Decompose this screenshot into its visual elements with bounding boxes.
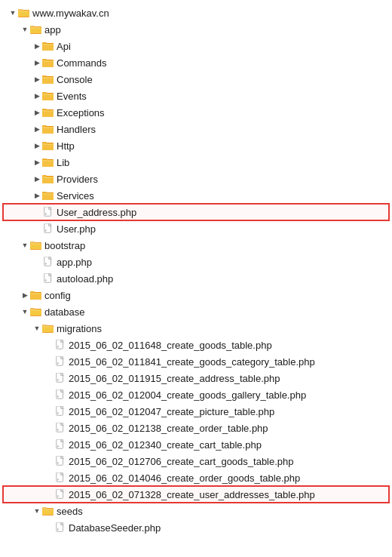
tree-item-http[interactable]: Http <box>3 137 389 154</box>
svg-rect-35 <box>43 127 53 128</box>
tree-item-m1[interactable]: P 2015_06_02_011648_create_goods_table.p… <box>3 337 389 353</box>
tree-item-m7[interactable]: P 2015_06_02_012340_create_cart_table.ph… <box>3 436 389 453</box>
tree-item-seeds[interactable]: seeds <box>3 503 389 519</box>
php-file-icon: P <box>54 455 66 467</box>
folder-icon <box>42 57 54 69</box>
item-label: 2015_06_02_012047_create_picture_table.p… <box>69 406 274 417</box>
expand-arrow[interactable] <box>32 174 42 184</box>
expand-arrow[interactable] <box>32 41 42 51</box>
expand-arrow[interactable] <box>8 8 18 18</box>
item-label: Lib <box>57 157 69 168</box>
tree-item-root[interactable]: www.mywakav.cn <box>3 5 389 21</box>
tree-item-m8[interactable]: P 2015_06_02_012706_create_cart_goods_ta… <box>3 453 389 469</box>
svg-rect-62 <box>30 244 41 249</box>
tree-item-handlers[interactable]: Handlers <box>3 121 389 137</box>
expand-arrow[interactable] <box>32 107 42 118</box>
folder-icon <box>42 90 54 102</box>
tree-item-dbseeder[interactable]: P DatabaseSeeder.php <box>3 519 389 536</box>
folder-icon <box>42 505 54 517</box>
expand-arrow[interactable] <box>32 57 42 68</box>
expand-arrow[interactable] <box>32 124 42 134</box>
item-label: 2015_06_02_012004_create_goods_gallery_t… <box>69 389 306 401</box>
php-file-icon: P <box>42 223 54 235</box>
item-label: app <box>44 24 61 35</box>
expand-arrow[interactable] <box>32 74 42 85</box>
svg-rect-43 <box>43 160 53 162</box>
tree-item-migrations[interactable]: migrations <box>3 320 389 337</box>
tree-item-config[interactable]: config <box>3 287 389 303</box>
folder-icon <box>30 23 42 35</box>
php-file-icon: P <box>54 439 66 451</box>
item-label: 2015_06_02_012706_create_cart_goods_tabl… <box>69 456 294 467</box>
svg-text:P: P <box>57 362 59 365</box>
svg-text:P: P <box>57 395 59 399</box>
svg-text:P: P <box>57 462 59 465</box>
svg-rect-84 <box>42 327 54 332</box>
tree-item-user[interactable]: P User.php <box>3 220 389 237</box>
tree-item-events[interactable]: Events <box>3 88 389 104</box>
tree-item-m2[interactable]: P 2015_06_02_011841_create_goods_categor… <box>3 353 389 370</box>
tree-item-user_address[interactable]: P User_address.php <box>3 204 389 220</box>
tree-item-m9[interactable]: P 2015_06_02_014046_create_order_goods_t… <box>3 469 389 486</box>
svg-text:P: P <box>45 279 47 282</box>
tree-item-services[interactable]: Services <box>3 187 389 204</box>
item-label: 2015_06_02_014046_create_order_goods_tab… <box>69 472 300 484</box>
expand-arrow[interactable] <box>20 24 30 35</box>
tree-item-bootstrap[interactable]: bootstrap <box>3 237 389 254</box>
svg-text:P: P <box>57 346 59 349</box>
tree-item-console[interactable]: Console <box>3 71 389 88</box>
item-label: 2015_06_02_011915_create_address_table.p… <box>69 373 280 384</box>
svg-text:P: P <box>45 263 47 266</box>
tree-item-providers[interactable]: Providers <box>3 171 389 187</box>
expand-arrow[interactable] <box>32 506 42 516</box>
php-file-icon: P <box>42 256 54 268</box>
item-label: 2015_06_02_011841_create_goods_category_… <box>69 356 315 368</box>
expand-arrow[interactable] <box>20 240 30 251</box>
tree-item-database[interactable]: database <box>3 303 389 320</box>
tree-item-autoload[interactable]: P autoload.php <box>3 270 389 287</box>
expand-arrow[interactable] <box>20 290 30 300</box>
folder-icon <box>42 73 54 85</box>
item-label: Commands <box>57 57 106 69</box>
expand-arrow[interactable] <box>32 190 42 201</box>
expand-arrow[interactable] <box>32 140 42 151</box>
tree-item-app[interactable]: app <box>3 21 389 38</box>
tree-item-api[interactable]: Api <box>3 38 389 54</box>
item-label: Api <box>57 41 71 52</box>
php-file-icon: P <box>42 206 54 218</box>
folder-icon <box>42 106 54 118</box>
expand-arrow[interactable] <box>32 323 42 334</box>
svg-rect-5 <box>19 11 29 12</box>
tree-item-m3[interactable]: P 2015_06_02_011915_create_address_table… <box>3 370 389 386</box>
svg-rect-31 <box>43 110 53 112</box>
svg-text:P: P <box>57 479 59 482</box>
tree-item-m5[interactable]: P 2015_06_02_012047_create_picture_table… <box>3 403 389 420</box>
tree-item-m6[interactable]: P 2015_06_02_012138_create_order_table.p… <box>3 420 389 436</box>
item-label: seeds <box>57 506 83 517</box>
php-file-icon: P <box>54 339 66 351</box>
folder-icon <box>42 40 54 52</box>
svg-text:P: P <box>57 445 59 448</box>
svg-rect-19 <box>43 60 53 62</box>
expand-arrow[interactable] <box>20 306 30 317</box>
tree-item-lib[interactable]: Lib <box>3 154 389 171</box>
expand-arrow[interactable] <box>32 157 42 168</box>
php-file-icon: P <box>42 272 54 285</box>
tree-item-app_php[interactable]: P app.php <box>3 254 389 270</box>
item-label: database <box>44 306 85 318</box>
svg-rect-51 <box>43 193 53 195</box>
item-label: app.php <box>57 257 92 268</box>
svg-text:P: P <box>57 429 59 432</box>
svg-rect-121 <box>43 509 53 510</box>
svg-rect-85 <box>43 326 53 328</box>
expand-arrow[interactable] <box>32 91 42 101</box>
item-label: Services <box>57 190 94 202</box>
file-tree: www.mywakav.cn app Api Commands Console … <box>0 0 392 540</box>
tree-item-commands[interactable]: Commands <box>3 54 389 71</box>
tree-item-exceptions[interactable]: Exceptions <box>3 104 389 121</box>
php-file-icon: P <box>54 405 66 417</box>
tree-item-m10[interactable]: P 2015_06_02_071328_create_user_addresse… <box>3 486 389 503</box>
svg-text:P: P <box>57 412 59 415</box>
svg-text:P: P <box>57 379 59 382</box>
tree-item-m4[interactable]: P 2015_06_02_012004_create_goods_gallery… <box>3 386 389 403</box>
